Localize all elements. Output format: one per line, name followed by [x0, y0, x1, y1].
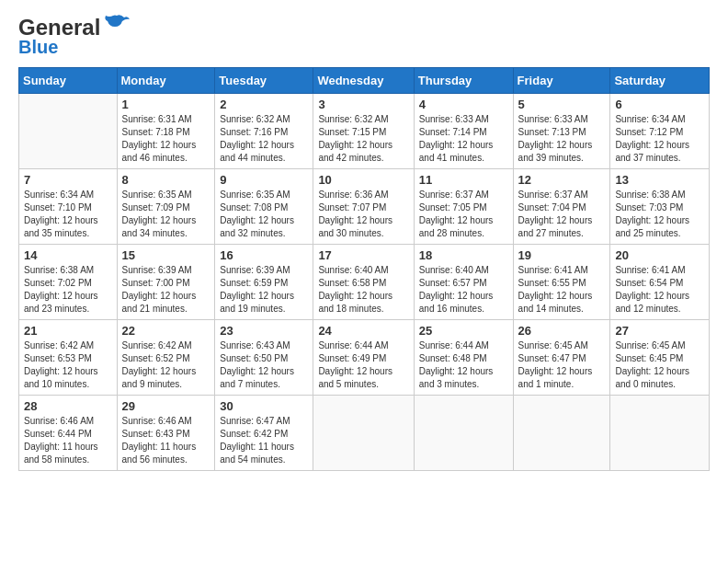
day-cell — [513, 396, 610, 471]
day-info: Sunrise: 6:38 AM Sunset: 7:03 PM Dayligh… — [615, 189, 704, 240]
logo: General Blue — [18, 15, 130, 58]
day-cell: 10Sunrise: 6:36 AM Sunset: 7:07 PM Dayli… — [313, 169, 414, 245]
day-cell: 6Sunrise: 6:34 AM Sunset: 7:12 PM Daylig… — [610, 94, 710, 169]
weekday-header-row: SundayMondayTuesdayWednesdayThursdayFrid… — [19, 68, 710, 94]
week-row-3: 14Sunrise: 6:38 AM Sunset: 7:02 PM Dayli… — [19, 245, 710, 320]
day-cell: 14Sunrise: 6:38 AM Sunset: 7:02 PM Dayli… — [19, 245, 118, 320]
day-number: 22 — [122, 324, 210, 338]
day-number: 25 — [419, 324, 508, 338]
day-cell: 20Sunrise: 6:41 AM Sunset: 6:54 PM Dayli… — [610, 245, 710, 320]
day-cell: 13Sunrise: 6:38 AM Sunset: 7:03 PM Dayli… — [610, 169, 710, 245]
day-info: Sunrise: 6:44 AM Sunset: 6:49 PM Dayligh… — [318, 339, 408, 391]
day-number: 9 — [220, 173, 308, 187]
day-info: Sunrise: 6:35 AM Sunset: 7:08 PM Dayligh… — [220, 189, 308, 240]
day-info: Sunrise: 6:38 AM Sunset: 7:02 PM Dayligh… — [24, 264, 112, 316]
day-cell: 2Sunrise: 6:32 AM Sunset: 7:16 PM Daylig… — [215, 94, 313, 169]
day-cell: 24Sunrise: 6:44 AM Sunset: 6:49 PM Dayli… — [313, 320, 414, 396]
day-number: 27 — [615, 324, 704, 338]
day-cell: 9Sunrise: 6:35 AM Sunset: 7:08 PM Daylig… — [215, 169, 313, 245]
day-number: 5 — [518, 98, 606, 111]
day-info: Sunrise: 6:41 AM Sunset: 6:54 PM Dayligh… — [615, 264, 704, 316]
day-cell: 11Sunrise: 6:37 AM Sunset: 7:05 PM Dayli… — [414, 169, 513, 245]
day-cell: 21Sunrise: 6:42 AM Sunset: 6:53 PM Dayli… — [19, 320, 118, 396]
day-number: 26 — [518, 324, 606, 338]
day-number: 11 — [419, 173, 508, 187]
day-number: 4 — [419, 98, 508, 111]
day-cell: 1Sunrise: 6:31 AM Sunset: 7:18 PM Daylig… — [117, 94, 215, 169]
day-cell — [19, 94, 118, 169]
day-info: Sunrise: 6:34 AM Sunset: 7:12 PM Dayligh… — [615, 113, 704, 165]
day-info: Sunrise: 6:39 AM Sunset: 6:59 PM Dayligh… — [220, 264, 308, 316]
day-cell: 29Sunrise: 6:46 AM Sunset: 6:43 PM Dayli… — [117, 396, 215, 471]
day-info: Sunrise: 6:45 AM Sunset: 6:47 PM Dayligh… — [518, 339, 606, 391]
week-row-5: 28Sunrise: 6:46 AM Sunset: 6:44 PM Dayli… — [19, 396, 710, 471]
day-number: 21 — [24, 324, 112, 338]
day-info: Sunrise: 6:43 AM Sunset: 6:50 PM Dayligh… — [220, 339, 308, 391]
day-info: Sunrise: 6:44 AM Sunset: 6:48 PM Dayligh… — [419, 339, 508, 391]
day-info: Sunrise: 6:32 AM Sunset: 7:16 PM Dayligh… — [220, 113, 308, 165]
day-info: Sunrise: 6:37 AM Sunset: 7:04 PM Dayligh… — [518, 189, 606, 240]
day-cell: 22Sunrise: 6:42 AM Sunset: 6:52 PM Dayli… — [117, 320, 215, 396]
day-number: 20 — [615, 248, 704, 262]
day-cell: 27Sunrise: 6:45 AM Sunset: 6:45 PM Dayli… — [610, 320, 710, 396]
day-info: Sunrise: 6:34 AM Sunset: 7:10 PM Dayligh… — [24, 189, 112, 240]
weekday-friday: Friday — [513, 68, 610, 94]
weekday-tuesday: Tuesday — [215, 68, 313, 94]
day-cell — [313, 396, 414, 471]
day-cell: 25Sunrise: 6:44 AM Sunset: 6:48 PM Dayli… — [414, 320, 513, 396]
day-info: Sunrise: 6:45 AM Sunset: 6:45 PM Dayligh… — [615, 339, 704, 391]
day-info: Sunrise: 6:33 AM Sunset: 7:14 PM Dayligh… — [419, 113, 508, 165]
day-number: 18 — [419, 248, 508, 262]
logo-block: General Blue — [18, 15, 130, 58]
day-cell: 4Sunrise: 6:33 AM Sunset: 7:14 PM Daylig… — [414, 94, 513, 169]
day-number: 1 — [122, 98, 210, 111]
day-number: 7 — [24, 173, 112, 187]
day-cell: 18Sunrise: 6:40 AM Sunset: 6:57 PM Dayli… — [414, 245, 513, 320]
day-info: Sunrise: 6:40 AM Sunset: 6:57 PM Dayligh… — [419, 264, 508, 316]
day-cell — [610, 396, 710, 471]
day-number: 15 — [122, 248, 210, 262]
day-number: 29 — [122, 399, 210, 413]
day-info: Sunrise: 6:36 AM Sunset: 7:07 PM Dayligh… — [318, 189, 408, 240]
day-info: Sunrise: 6:33 AM Sunset: 7:13 PM Dayligh… — [518, 113, 606, 165]
day-cell: 12Sunrise: 6:37 AM Sunset: 7:04 PM Dayli… — [513, 169, 610, 245]
day-cell: 7Sunrise: 6:34 AM Sunset: 7:10 PM Daylig… — [19, 169, 118, 245]
weekday-saturday: Saturday — [610, 68, 710, 94]
day-cell: 30Sunrise: 6:47 AM Sunset: 6:42 PM Dayli… — [215, 396, 313, 471]
logo-bird-icon — [104, 14, 130, 34]
weekday-sunday: Sunday — [19, 68, 118, 94]
weekday-wednesday: Wednesday — [313, 68, 414, 94]
week-row-4: 21Sunrise: 6:42 AM Sunset: 6:53 PM Dayli… — [19, 320, 710, 396]
day-cell: 17Sunrise: 6:40 AM Sunset: 6:58 PM Dayli… — [313, 245, 414, 320]
day-info: Sunrise: 6:40 AM Sunset: 6:58 PM Dayligh… — [318, 264, 408, 316]
day-number: 3 — [318, 98, 408, 111]
day-cell: 15Sunrise: 6:39 AM Sunset: 7:00 PM Dayli… — [117, 245, 215, 320]
day-info: Sunrise: 6:42 AM Sunset: 6:53 PM Dayligh… — [24, 339, 112, 391]
day-number: 24 — [318, 324, 408, 338]
day-info: Sunrise: 6:35 AM Sunset: 7:09 PM Dayligh… — [122, 189, 210, 240]
day-info: Sunrise: 6:41 AM Sunset: 6:55 PM Dayligh… — [518, 264, 606, 316]
week-row-2: 7Sunrise: 6:34 AM Sunset: 7:10 PM Daylig… — [19, 169, 710, 245]
page: General Blue SundayMondayTuesdayWednesda… — [0, 0, 728, 563]
day-cell: 5Sunrise: 6:33 AM Sunset: 7:13 PM Daylig… — [513, 94, 610, 169]
day-info: Sunrise: 6:46 AM Sunset: 6:43 PM Dayligh… — [122, 415, 210, 466]
day-cell: 23Sunrise: 6:43 AM Sunset: 6:50 PM Dayli… — [215, 320, 313, 396]
day-info: Sunrise: 6:31 AM Sunset: 7:18 PM Dayligh… — [122, 113, 210, 165]
day-number: 23 — [220, 324, 308, 338]
day-number: 8 — [122, 173, 210, 187]
day-number: 30 — [220, 399, 308, 413]
day-number: 19 — [518, 248, 606, 262]
calendar-table: SundayMondayTuesdayWednesdayThursdayFrid… — [18, 67, 710, 471]
day-number: 13 — [615, 173, 704, 187]
day-number: 16 — [220, 248, 308, 262]
day-info: Sunrise: 6:47 AM Sunset: 6:42 PM Dayligh… — [220, 415, 308, 466]
day-info: Sunrise: 6:42 AM Sunset: 6:52 PM Dayligh… — [122, 339, 210, 391]
weekday-monday: Monday — [117, 68, 215, 94]
weekday-thursday: Thursday — [414, 68, 513, 94]
day-cell: 26Sunrise: 6:45 AM Sunset: 6:47 PM Dayli… — [513, 320, 610, 396]
day-info: Sunrise: 6:37 AM Sunset: 7:05 PM Dayligh… — [419, 189, 508, 240]
header: General Blue — [18, 15, 710, 58]
day-cell: 28Sunrise: 6:46 AM Sunset: 6:44 PM Dayli… — [19, 396, 118, 471]
day-number: 14 — [24, 248, 112, 262]
week-row-1: 1Sunrise: 6:31 AM Sunset: 7:18 PM Daylig… — [19, 94, 710, 169]
